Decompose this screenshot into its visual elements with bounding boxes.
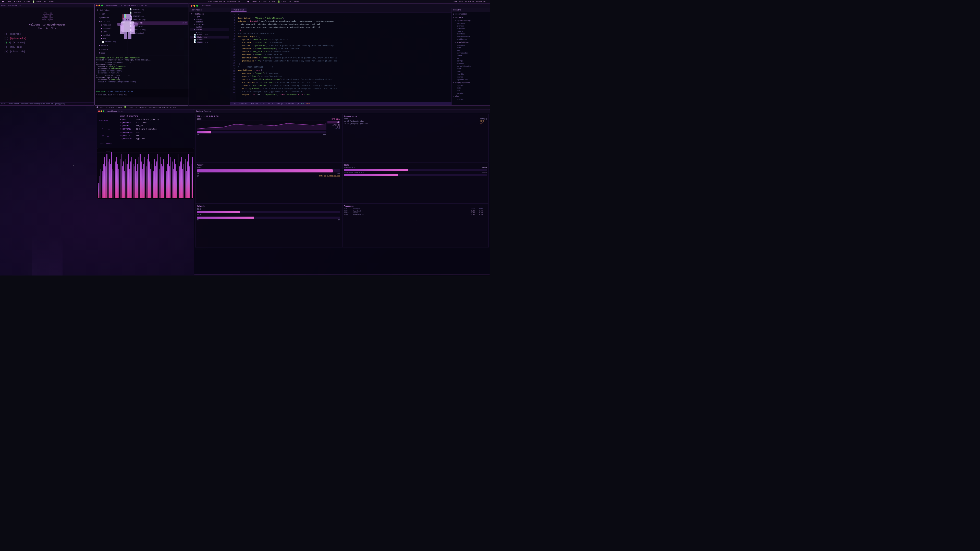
- min-dot[interactable]: [99, 5, 100, 6]
- ce-close[interactable]: [191, 5, 192, 6]
- outline-system-np[interactable]: system: [452, 84, 489, 87]
- outline-src[interactable]: src: [452, 90, 489, 92]
- tree-item-flake-nix[interactable]: 📄 flake.nix: [190, 36, 229, 38]
- outline-nixpkgs[interactable]: ▼ nixpkgs-patched: [452, 81, 489, 84]
- processes-content: PID CPU%(x) CPU% MEM% 2529 Hyprland 0.3%…: [344, 208, 487, 216]
- proc-col-mem: MEM%: [479, 208, 487, 210]
- outline-patches-np[interactable]: patches: [452, 92, 489, 95]
- outline-locale[interactable]: locale: [452, 30, 489, 33]
- outline-pkgs[interactable]: ▼ pkgs: [452, 95, 489, 98]
- nf-desktop-row: CN| DESKTOP: hyprland: [120, 137, 192, 141]
- viz-bar-13: [114, 171, 115, 198]
- outline-username[interactable]: username: [452, 44, 489, 47]
- outline-theme[interactable]: theme: [452, 55, 489, 57]
- viz-bar-30: [134, 166, 135, 198]
- outline-wm[interactable]: wm: [452, 57, 489, 60]
- temps-grid: Name Temp(C) card0 (amdgpu): edge 49°C c…: [344, 118, 487, 124]
- outline-hostname[interactable]: hostname: [452, 22, 489, 25]
- outline-browser[interactable]: browser: [452, 63, 489, 65]
- tree-item-profiles2[interactable]: ▶ profiles: [190, 23, 229, 26]
- temps-item1-name: card0 (amdgpu): edge: [344, 121, 479, 122]
- net-down-label: 36.0: [197, 208, 201, 211]
- tree-item-flake-lock[interactable]: 📄 Flake.lock: [190, 33, 229, 36]
- browser-statusbar: file:///home/emmet/.browser/Tech/config/…: [0, 102, 94, 105]
- preview-line1: description = "Flake of LibrePhoenix";: [96, 57, 187, 59]
- svg-rect-10: [118, 23, 123, 26]
- code-content-area: 123456 789101112 131415161718 1920212223…: [230, 13, 452, 102]
- outline-grubdevice[interactable]: grubDevice: [452, 38, 489, 41]
- preview-line7: profile = "personal";: [96, 70, 187, 72]
- nf-uptime-row: Y | UPTIME: 21 hours 7 minutes: [120, 127, 192, 131]
- outline-outputs[interactable]: ▼ outputs: [452, 16, 489, 19]
- viz-bar-11: [111, 152, 112, 198]
- tree-item-readme-main[interactable]: 📄 README.org: [190, 41, 229, 44]
- outline-defaultroam[interactable]: defaultRoamDir: [452, 65, 489, 68]
- tree-item-git2[interactable]: ▶ .git: [190, 16, 229, 18]
- outline-term[interactable]: term: [452, 68, 489, 70]
- link-search[interactable]: [o] [Search]: [4, 32, 92, 37]
- tree-user[interactable]: ▼user: [96, 51, 126, 55]
- viz-bar-61: [170, 157, 171, 198]
- preview-line12: email = "emmet@librephoenix.com";: [96, 81, 187, 83]
- outline-description[interactable]: ▶ description: [452, 13, 489, 16]
- disk2-name: /dev/dm-0 /nix/store: [344, 171, 364, 173]
- ce-min[interactable]: [193, 5, 195, 6]
- viz-bar-39: [145, 157, 145, 198]
- count-right: 25: [289, 0, 291, 3]
- outline-system[interactable]: ▼ systemSettings: [452, 19, 489, 22]
- outline-fontpkg[interactable]: fontPkg: [452, 73, 489, 76]
- tree-item-themes2[interactable]: ▼ themes: [190, 28, 229, 31]
- outline-bootmountpath[interactable]: bootMountPath: [452, 36, 489, 38]
- outline-system-pkgs[interactable]: system: [452, 98, 489, 101]
- link-new-tab[interactable]: [t] [New tab]: [4, 45, 92, 49]
- outline-bootmode[interactable]: bootMode: [452, 33, 489, 35]
- proc-col-cpu: CPU%: [471, 208, 479, 210]
- processes-title: Processes: [344, 205, 487, 207]
- viz-bar-7: [107, 154, 107, 198]
- outline-font[interactable]: font: [452, 71, 489, 73]
- outline-wmtype[interactable]: wmType: [452, 60, 489, 62]
- tree-item-dotfiles[interactable]: ▼ .dotfiles: [190, 13, 229, 16]
- num2-bottom: 100%: [139, 106, 144, 108]
- tree-item-outputs[interactable]: ▶ outputs: [190, 18, 229, 21]
- tree-app[interactable]: ▶app: [96, 55, 126, 56]
- memory-title: Memory: [197, 164, 340, 166]
- outline-email[interactable]: email: [452, 49, 489, 52]
- nf-close[interactable]: [98, 110, 100, 112]
- tab-flake-nix[interactable]: flake.nix: [231, 8, 247, 12]
- nf-min[interactable]: [100, 110, 102, 112]
- memory-used: RAM: 95 5.76GB/02.0GB: [319, 175, 340, 177]
- tree-item-system2[interactable]: ▶ system: [190, 26, 229, 28]
- viz-bar-16: [117, 164, 118, 198]
- link-history[interactable]: [$ h] [History]: [4, 41, 92, 45]
- viz-bar-42: [148, 154, 149, 198]
- proc-row2: 559631 emacs 0.2% 0.7%: [344, 212, 487, 214]
- processes-panel: Processes PID CPU%(x) CPU% MEM% 2529 Hyp…: [342, 204, 489, 248]
- code-outline: Outline ▶ description ▼ outputs ▼ system…: [452, 8, 490, 105]
- tree-item-patches2[interactable]: ▶ patches: [190, 21, 229, 23]
- outline-profile[interactable]: profile: [452, 25, 489, 27]
- preview-line9: # ----- USER SETTINGS ----- #: [96, 75, 187, 77]
- outline-dotfilesdir[interactable]: dotfilesDir: [452, 52, 489, 55]
- max-dot[interactable]: [101, 5, 103, 6]
- outline-usersettings[interactable]: ▼ userSettings: [452, 41, 489, 44]
- viz-bar-34: [138, 157, 139, 198]
- outline-name-np[interactable]: name: [452, 87, 489, 89]
- link-quickmarks[interactable]: [b] [Quickmarks]: [4, 37, 92, 41]
- outline-editor[interactable]: editor: [452, 76, 489, 79]
- cpu-panel: CPU - 1.53 1.14 0.78 100%| 0s: [195, 114, 342, 162]
- tree-item-license2[interactable]: 📄 LICENSE: [190, 38, 229, 41]
- link-close-tab[interactable]: [x] [Close tab]: [4, 50, 92, 54]
- nf-max[interactable]: [103, 110, 104, 112]
- tree-item-user2[interactable]: ▶ user: [190, 31, 229, 33]
- code-line-22: userSettings = rec {: [238, 68, 450, 72]
- viz-bar-77: [189, 166, 190, 198]
- outline-timezone[interactable]: timezone: [452, 28, 489, 30]
- ce-max[interactable]: [196, 5, 198, 6]
- viz-bar-4: [103, 164, 104, 198]
- close-dot[interactable]: [96, 5, 97, 6]
- outline-name[interactable]: name: [452, 47, 489, 49]
- outline-spawneditor[interactable]: spawnEditor: [452, 79, 489, 81]
- preview-line2: outputs = inputs${ self, nixpkgs, home-m…: [96, 59, 187, 61]
- file-item-readme1[interactable]: 📄 README.org: [129, 8, 188, 11]
